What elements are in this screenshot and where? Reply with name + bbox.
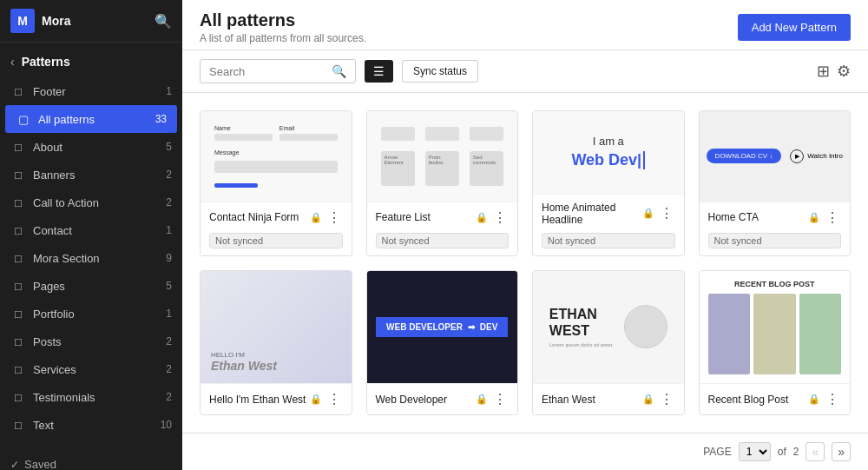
- lock-icon: 🔒: [310, 212, 322, 223]
- pattern-thumb-2: Arrow Element Proin facilisi Sed commodo: [367, 111, 518, 202]
- sidebar-item-count: 1: [155, 85, 172, 97]
- sidebar-item-label: Posts: [33, 335, 155, 348]
- not-synced-badge-4: Not synced: [708, 233, 842, 248]
- settings-button[interactable]: ⚙: [837, 62, 851, 81]
- hero2-hello: HELLO I'M: [211, 351, 341, 359]
- pattern-name-6: Web Developer: [376, 394, 473, 406]
- pattern-card-5[interactable]: HELLO I'M Ethan West Hello I'm Ethan Wes…: [200, 270, 352, 416]
- lock-icon: 🔒: [310, 394, 322, 405]
- folder-icon: □: [10, 361, 26, 377]
- watch-intro-text: Watch Intro: [807, 152, 843, 160]
- sidebar-item-testimonials[interactable]: □ Testimonials 2: [0, 383, 182, 411]
- pattern-card-6[interactable]: WEB DEVELOPER ➡ DEV Web Developer 🔒 ⋮: [366, 270, 519, 416]
- sidebar-item-count: 10: [155, 419, 172, 431]
- pattern-info-7: Ethan West 🔒 ⋮: [533, 383, 684, 414]
- sidebar-item-posts[interactable]: □ Posts 2: [0, 328, 182, 355]
- webdev-text: WEB DEVELOPER ➡ DEV: [376, 317, 508, 337]
- page-title: All patterns: [200, 10, 366, 30]
- sidebar-item-about[interactable]: □ About 5: [0, 133, 182, 161]
- filter-button[interactable]: ☰: [365, 60, 393, 83]
- folder-icon: □: [10, 167, 26, 182]
- cta-preview: DOWNLOAD CV ↓ ▶ Watch Intro: [700, 111, 851, 202]
- sidebar-item-label: Banners: [33, 169, 155, 182]
- lock-icon: 🔒: [476, 212, 488, 223]
- sidebar-item-pages[interactable]: □ Pages 5: [0, 272, 182, 300]
- toolbar: 🔍 ☰ Sync status ⊞ ⚙: [182, 50, 868, 93]
- pattern-card-1[interactable]: Name Email Message Contact Ninja Form: [200, 110, 352, 256]
- toolbar-right: ⊞ ⚙: [817, 62, 851, 81]
- sidebar-item-text[interactable]: □ Text 10: [0, 411, 182, 439]
- sidebar-header: M Mora 🔍: [0, 0, 182, 43]
- page-select[interactable]: 1 2: [739, 442, 771, 461]
- sync-status-button[interactable]: Sync status: [402, 60, 478, 83]
- sidebar-item-count: 5: [155, 280, 172, 292]
- pattern-card-3[interactable]: I am a Web Dev| Home Animated Headline 🔒…: [532, 110, 685, 256]
- pattern-info-8: Recent Blog Post 🔒 ⋮: [700, 383, 851, 414]
- ethan-name-block: ETHAN WEST Lorem ipsum dolor sit amet: [549, 306, 612, 348]
- pattern-card-8[interactable]: RECENT BLOG POST Recent Blog Post 🔒 ⋮: [699, 270, 852, 416]
- next-page-button[interactable]: »: [832, 442, 851, 461]
- pattern-card-7[interactable]: ETHAN WEST Lorem ipsum dolor sit amet Et…: [532, 270, 685, 416]
- add-new-pattern-button[interactable]: Add New Pattern: [738, 14, 851, 41]
- more-options-button-7[interactable]: ⋮: [658, 391, 675, 407]
- sidebar-back-button[interactable]: ‹: [10, 55, 15, 69]
- pattern-card-2[interactable]: Arrow Element Proin facilisi Sed commodo…: [366, 110, 519, 256]
- sidebar-item-count: 1: [155, 308, 172, 320]
- sidebar-item-all-patterns[interactable]: ▢ All patterns 33: [5, 105, 177, 133]
- search-input[interactable]: [209, 65, 326, 78]
- more-options-button-4[interactable]: ⋮: [824, 209, 841, 226]
- sidebar-item-label: Text: [33, 419, 155, 432]
- prev-page-first-button[interactable]: «: [806, 442, 825, 461]
- pattern-name-3: Home Animated Headline: [542, 202, 639, 226]
- sidebar-item-call-to-action[interactable]: □ Call to Action 2: [0, 189, 182, 216]
- sidebar-item-contact[interactable]: □ Contact 1: [0, 216, 182, 244]
- sidebar-item-services[interactable]: □ Services 2: [0, 355, 182, 383]
- grid-view-button[interactable]: ⊞: [817, 62, 830, 81]
- more-options-button-8[interactable]: ⋮: [824, 391, 841, 407]
- sidebar-item-count: 1: [155, 224, 172, 236]
- more-options-button-2[interactable]: ⋮: [491, 209, 509, 226]
- lock-icon: 🔒: [642, 208, 654, 219]
- hero2-name: Ethan West: [211, 359, 341, 373]
- more-options-button-6[interactable]: ⋮: [491, 391, 509, 407]
- blog-images: [708, 294, 842, 375]
- site-name: Mora: [42, 14, 70, 28]
- folder-icon: □: [10, 278, 26, 294]
- sidebar-search-button[interactable]: 🔍: [155, 13, 172, 30]
- of-label: of: [778, 446, 786, 458]
- sidebar-item-portfolio[interactable]: □ Portfolio 1: [0, 300, 182, 328]
- more-options-button-5[interactable]: ⋮: [326, 391, 343, 407]
- more-options-button-3[interactable]: ⋮: [658, 205, 675, 222]
- pattern-name-7: Ethan West: [542, 394, 639, 406]
- search-icon-button[interactable]: 🔍: [332, 64, 346, 78]
- lock-icon: 🔒: [476, 394, 488, 405]
- sidebar-item-label: Footer: [33, 85, 155, 98]
- headline-preview: I am a Web Dev|: [533, 111, 684, 194]
- not-synced-badge-2: Not synced: [376, 233, 510, 248]
- headline-text1: I am a: [593, 135, 624, 148]
- sidebar-item-label: Contact: [33, 224, 155, 237]
- folder-icon: □: [10, 417, 26, 433]
- pattern-name-8: Recent Blog Post: [708, 394, 806, 406]
- pattern-name-5: Hello I'm Ethan West: [209, 394, 306, 406]
- sidebar-item-footer[interactable]: □ Footer 1: [0, 77, 182, 105]
- form-preview: Name Email Message: [201, 111, 352, 202]
- blog-img-2: [753, 294, 796, 375]
- cta-watch-mock: ▶ Watch Intro: [790, 149, 843, 163]
- pattern-info-1: Contact Ninja Form 🔒 ⋮: [201, 202, 352, 233]
- hero2-preview: HELLO I'M Ethan West: [201, 271, 352, 384]
- page-label: PAGE: [703, 446, 731, 458]
- more-options-button-1[interactable]: ⋮: [326, 209, 343, 226]
- sidebar-section-title: Patterns: [22, 55, 70, 69]
- not-synced-badge-3: Not synced: [542, 233, 675, 248]
- not-synced-badge-1: Not synced: [209, 233, 343, 248]
- sidebar-item-label: Call to Action: [33, 196, 155, 209]
- pattern-card-4[interactable]: DOWNLOAD CV ↓ ▶ Watch Intro Home CTA 🔒 ⋮…: [699, 110, 852, 256]
- lock-icon: 🔒: [642, 394, 654, 405]
- sidebar-item-label: Pages: [33, 280, 155, 293]
- sidebar-item-mora-section[interactable]: □ Mora Section 9: [0, 244, 182, 272]
- sidebar-item-count: 9: [155, 252, 172, 264]
- sidebar-item-banners[interactable]: □ Banners 2: [0, 161, 182, 189]
- pattern-info-4: Home CTA 🔒 ⋮: [700, 202, 851, 233]
- sidebar-item-count: 2: [155, 196, 172, 209]
